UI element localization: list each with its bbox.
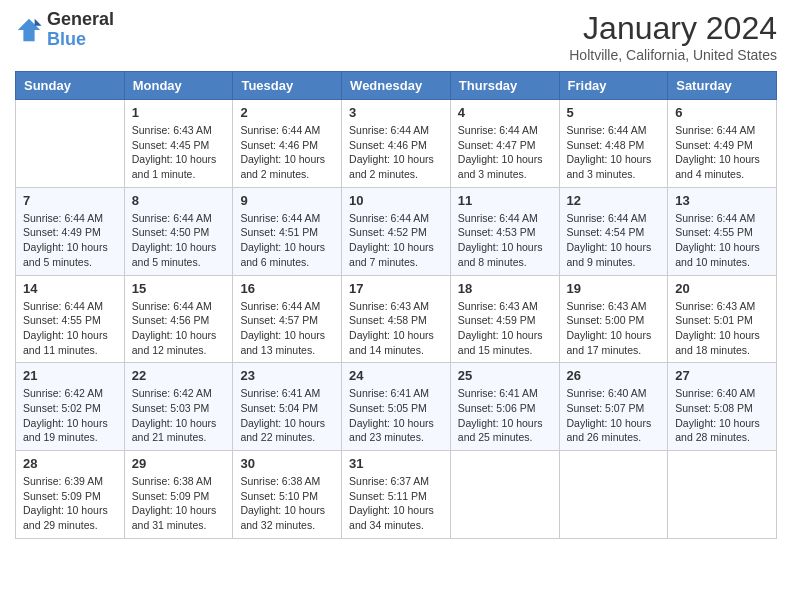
day-info: Sunrise: 6:44 AM Sunset: 4:47 PM Dayligh…	[458, 123, 552, 182]
day-info: Sunrise: 6:44 AM Sunset: 4:49 PM Dayligh…	[23, 211, 117, 270]
calendar-table: SundayMondayTuesdayWednesdayThursdayFrid…	[15, 71, 777, 539]
day-info: Sunrise: 6:44 AM Sunset: 4:52 PM Dayligh…	[349, 211, 443, 270]
day-info: Sunrise: 6:44 AM Sunset: 4:50 PM Dayligh…	[132, 211, 226, 270]
day-info: Sunrise: 6:44 AM Sunset: 4:55 PM Dayligh…	[675, 211, 769, 270]
day-info: Sunrise: 6:42 AM Sunset: 5:03 PM Dayligh…	[132, 386, 226, 445]
day-info: Sunrise: 6:37 AM Sunset: 5:11 PM Dayligh…	[349, 474, 443, 533]
day-number: 1	[132, 105, 226, 120]
week-row-5: 28Sunrise: 6:39 AM Sunset: 5:09 PM Dayli…	[16, 451, 777, 539]
day-number: 28	[23, 456, 117, 471]
day-info: Sunrise: 6:43 AM Sunset: 4:58 PM Dayligh…	[349, 299, 443, 358]
logo: General Blue	[15, 10, 114, 50]
day-cell: 3Sunrise: 6:44 AM Sunset: 4:46 PM Daylig…	[342, 100, 451, 188]
week-row-4: 21Sunrise: 6:42 AM Sunset: 5:02 PM Dayli…	[16, 363, 777, 451]
day-number: 27	[675, 368, 769, 383]
day-info: Sunrise: 6:44 AM Sunset: 4:49 PM Dayligh…	[675, 123, 769, 182]
day-info: Sunrise: 6:44 AM Sunset: 4:46 PM Dayligh…	[349, 123, 443, 182]
day-info: Sunrise: 6:44 AM Sunset: 4:46 PM Dayligh…	[240, 123, 334, 182]
day-info: Sunrise: 6:41 AM Sunset: 5:04 PM Dayligh…	[240, 386, 334, 445]
day-cell	[559, 451, 668, 539]
day-number: 7	[23, 193, 117, 208]
day-info: Sunrise: 6:40 AM Sunset: 5:08 PM Dayligh…	[675, 386, 769, 445]
calendar-header: SundayMondayTuesdayWednesdayThursdayFrid…	[16, 72, 777, 100]
header-cell-wednesday: Wednesday	[342, 72, 451, 100]
day-number: 22	[132, 368, 226, 383]
svg-marker-1	[35, 19, 42, 26]
day-cell: 2Sunrise: 6:44 AM Sunset: 4:46 PM Daylig…	[233, 100, 342, 188]
day-info: Sunrise: 6:38 AM Sunset: 5:10 PM Dayligh…	[240, 474, 334, 533]
day-number: 18	[458, 281, 552, 296]
day-cell: 19Sunrise: 6:43 AM Sunset: 5:00 PM Dayli…	[559, 275, 668, 363]
day-cell: 26Sunrise: 6:40 AM Sunset: 5:07 PM Dayli…	[559, 363, 668, 451]
day-number: 20	[675, 281, 769, 296]
day-number: 10	[349, 193, 443, 208]
day-cell: 25Sunrise: 6:41 AM Sunset: 5:06 PM Dayli…	[450, 363, 559, 451]
header-cell-thursday: Thursday	[450, 72, 559, 100]
week-row-2: 7Sunrise: 6:44 AM Sunset: 4:49 PM Daylig…	[16, 187, 777, 275]
day-cell: 21Sunrise: 6:42 AM Sunset: 5:02 PM Dayli…	[16, 363, 125, 451]
day-number: 12	[567, 193, 661, 208]
day-number: 19	[567, 281, 661, 296]
month-title: January 2024	[569, 10, 777, 47]
header-cell-tuesday: Tuesday	[233, 72, 342, 100]
day-cell: 16Sunrise: 6:44 AM Sunset: 4:57 PM Dayli…	[233, 275, 342, 363]
week-row-3: 14Sunrise: 6:44 AM Sunset: 4:55 PM Dayli…	[16, 275, 777, 363]
day-cell: 28Sunrise: 6:39 AM Sunset: 5:09 PM Dayli…	[16, 451, 125, 539]
day-info: Sunrise: 6:39 AM Sunset: 5:09 PM Dayligh…	[23, 474, 117, 533]
day-info: Sunrise: 6:44 AM Sunset: 4:54 PM Dayligh…	[567, 211, 661, 270]
day-info: Sunrise: 6:42 AM Sunset: 5:02 PM Dayligh…	[23, 386, 117, 445]
day-number: 29	[132, 456, 226, 471]
logo-icon	[15, 16, 43, 44]
day-number: 14	[23, 281, 117, 296]
day-info: Sunrise: 6:43 AM Sunset: 4:59 PM Dayligh…	[458, 299, 552, 358]
day-number: 11	[458, 193, 552, 208]
day-cell: 10Sunrise: 6:44 AM Sunset: 4:52 PM Dayli…	[342, 187, 451, 275]
day-info: Sunrise: 6:44 AM Sunset: 4:51 PM Dayligh…	[240, 211, 334, 270]
day-cell: 31Sunrise: 6:37 AM Sunset: 5:11 PM Dayli…	[342, 451, 451, 539]
day-cell: 20Sunrise: 6:43 AM Sunset: 5:01 PM Dayli…	[668, 275, 777, 363]
logo-general-text: General	[47, 9, 114, 29]
day-cell: 18Sunrise: 6:43 AM Sunset: 4:59 PM Dayli…	[450, 275, 559, 363]
day-cell: 22Sunrise: 6:42 AM Sunset: 5:03 PM Dayli…	[124, 363, 233, 451]
day-cell: 12Sunrise: 6:44 AM Sunset: 4:54 PM Dayli…	[559, 187, 668, 275]
day-cell: 7Sunrise: 6:44 AM Sunset: 4:49 PM Daylig…	[16, 187, 125, 275]
day-cell: 11Sunrise: 6:44 AM Sunset: 4:53 PM Dayli…	[450, 187, 559, 275]
week-row-1: 1Sunrise: 6:43 AM Sunset: 4:45 PM Daylig…	[16, 100, 777, 188]
day-cell	[450, 451, 559, 539]
day-number: 24	[349, 368, 443, 383]
day-cell: 30Sunrise: 6:38 AM Sunset: 5:10 PM Dayli…	[233, 451, 342, 539]
day-cell: 23Sunrise: 6:41 AM Sunset: 5:04 PM Dayli…	[233, 363, 342, 451]
day-info: Sunrise: 6:38 AM Sunset: 5:09 PM Dayligh…	[132, 474, 226, 533]
day-cell: 1Sunrise: 6:43 AM Sunset: 4:45 PM Daylig…	[124, 100, 233, 188]
day-number: 8	[132, 193, 226, 208]
header-cell-saturday: Saturday	[668, 72, 777, 100]
day-info: Sunrise: 6:43 AM Sunset: 5:01 PM Dayligh…	[675, 299, 769, 358]
day-number: 13	[675, 193, 769, 208]
day-info: Sunrise: 6:44 AM Sunset: 4:53 PM Dayligh…	[458, 211, 552, 270]
day-cell: 17Sunrise: 6:43 AM Sunset: 4:58 PM Dayli…	[342, 275, 451, 363]
day-cell: 9Sunrise: 6:44 AM Sunset: 4:51 PM Daylig…	[233, 187, 342, 275]
day-cell	[668, 451, 777, 539]
day-cell: 5Sunrise: 6:44 AM Sunset: 4:48 PM Daylig…	[559, 100, 668, 188]
header: General Blue January 2024 Holtville, Cal…	[15, 10, 777, 63]
day-cell: 13Sunrise: 6:44 AM Sunset: 4:55 PM Dayli…	[668, 187, 777, 275]
day-number: 17	[349, 281, 443, 296]
day-number: 5	[567, 105, 661, 120]
day-cell: 6Sunrise: 6:44 AM Sunset: 4:49 PM Daylig…	[668, 100, 777, 188]
day-info: Sunrise: 6:43 AM Sunset: 5:00 PM Dayligh…	[567, 299, 661, 358]
day-number: 4	[458, 105, 552, 120]
day-number: 25	[458, 368, 552, 383]
logo-blue-text: Blue	[47, 29, 86, 49]
day-number: 23	[240, 368, 334, 383]
header-cell-friday: Friday	[559, 72, 668, 100]
day-info: Sunrise: 6:44 AM Sunset: 4:48 PM Dayligh…	[567, 123, 661, 182]
day-info: Sunrise: 6:41 AM Sunset: 5:06 PM Dayligh…	[458, 386, 552, 445]
day-number: 21	[23, 368, 117, 383]
day-number: 3	[349, 105, 443, 120]
day-info: Sunrise: 6:44 AM Sunset: 4:55 PM Dayligh…	[23, 299, 117, 358]
day-number: 9	[240, 193, 334, 208]
day-cell: 27Sunrise: 6:40 AM Sunset: 5:08 PM Dayli…	[668, 363, 777, 451]
day-info: Sunrise: 6:44 AM Sunset: 4:56 PM Dayligh…	[132, 299, 226, 358]
day-info: Sunrise: 6:41 AM Sunset: 5:05 PM Dayligh…	[349, 386, 443, 445]
day-number: 26	[567, 368, 661, 383]
